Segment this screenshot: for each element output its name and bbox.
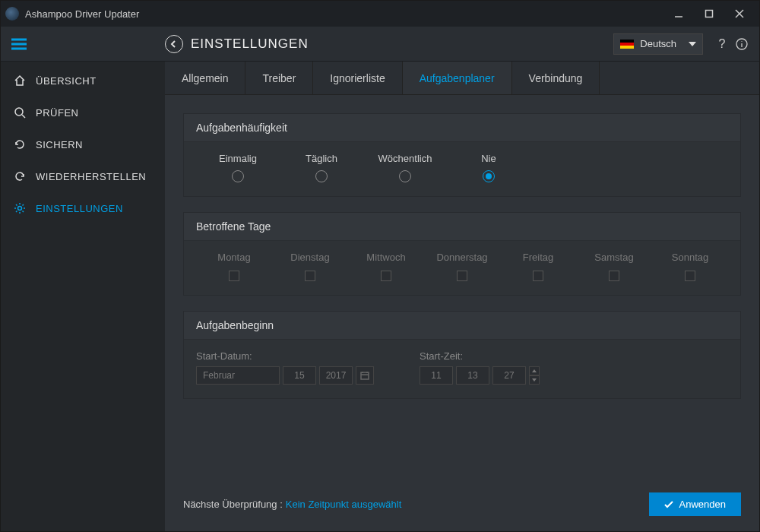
freq-label: Nie: [481, 153, 496, 164]
hour-field[interactable]: 11: [420, 366, 453, 385]
svg-line-12: [22, 115, 25, 118]
sidebar-item-restore[interactable]: WIEDERHERSTELLEN: [1, 160, 165, 192]
freq-option-daily[interactable]: Täglich: [280, 153, 363, 182]
sidebar-item-label: PRÜFEN: [36, 107, 78, 119]
svg-marker-19: [532, 378, 537, 382]
frequency-options: Einmalig Täglich Wöchentlich: [196, 153, 728, 182]
close-button[interactable]: [724, 1, 755, 27]
spin-up-button[interactable]: [529, 366, 540, 375]
panel-title: Betroffene Tage: [184, 213, 740, 241]
sidebar-item-backup[interactable]: SICHERN: [1, 128, 165, 160]
second-value: 27: [504, 370, 514, 381]
tab-drivers[interactable]: Treiber: [245, 62, 313, 94]
check-icon: [664, 501, 673, 508]
backup-icon: [13, 138, 27, 150]
freq-option-never[interactable]: Nie: [447, 153, 530, 182]
time-spinner: [529, 366, 540, 385]
radio-icon: [399, 170, 411, 182]
apply-button[interactable]: Anwenden: [649, 492, 741, 516]
gear-icon: [13, 202, 27, 214]
day-field[interactable]: 15: [283, 366, 316, 385]
month-field[interactable]: Februar: [196, 366, 280, 385]
radio-icon: [315, 170, 328, 182]
minimize-icon: [674, 9, 683, 18]
start-panel: Aufgabenbeginn Start-Datum: Februar 15 2…: [183, 311, 741, 399]
tab-label: Verbindung: [529, 72, 583, 84]
freq-option-weekly[interactable]: Wöchentlich: [363, 153, 447, 182]
svg-point-13: [18, 207, 22, 211]
day-label: Dienstag: [290, 252, 329, 263]
close-icon: [735, 9, 744, 18]
checkbox-icon: [229, 271, 239, 281]
day-option-tuesday[interactable]: Dienstag: [272, 252, 348, 281]
help-button[interactable]: ?: [712, 37, 732, 51]
hour-value: 11: [431, 370, 441, 381]
minute-field[interactable]: 13: [456, 366, 489, 385]
chevron-down-icon: [689, 42, 696, 46]
day-label: Donnerstag: [436, 252, 487, 263]
checkbox-icon: [381, 271, 391, 281]
hamburger-icon: [11, 38, 27, 50]
language-select[interactable]: Deutsch: [613, 33, 703, 55]
tab-scheduler[interactable]: Aufgabenplaner: [403, 62, 512, 94]
sidebar-item-overview[interactable]: ÜBERSICHT: [1, 65, 165, 97]
spin-down-button[interactable]: [529, 375, 540, 385]
app-window: Ashampoo Driver Updater EINSTELLUNGEN De…: [0, 0, 760, 532]
day-option-saturday[interactable]: Samstag: [576, 252, 652, 281]
day-option-friday[interactable]: Freitag: [500, 252, 576, 281]
day-option-thursday[interactable]: Donnerstag: [424, 252, 500, 281]
maximize-button[interactable]: [694, 1, 724, 27]
freq-label: Wöchentlich: [378, 153, 432, 164]
checkbox-icon: [457, 271, 467, 281]
freq-label: Täglich: [306, 153, 337, 164]
flag-germany-icon: [620, 40, 634, 49]
start-date-label: Start-Datum:: [196, 350, 374, 362]
footer: Nächste Überprüfung : Kein Zeitpunkt aus…: [165, 480, 759, 531]
sidebar-item-settings[interactable]: EINSTELLUNGEN: [1, 192, 165, 224]
day-label: Montag: [217, 252, 250, 263]
checkbox-icon: [685, 271, 695, 281]
maximize-icon: [705, 9, 714, 18]
body: ÜBERSICHT PRÜFEN SICHERN WIEDERHERSTELLE…: [1, 62, 759, 531]
sidebar-item-label: ÜBERSICHT: [36, 75, 97, 87]
sidebar: ÜBERSICHT PRÜFEN SICHERN WIEDERHERSTELLE…: [1, 62, 165, 531]
main: Allgemein Treiber Ignorierliste Aufgaben…: [165, 62, 759, 531]
minimize-button[interactable]: [663, 1, 694, 27]
search-icon: [13, 106, 27, 119]
next-check-value[interactable]: Kein Zeitpunkt ausgewählt: [286, 499, 401, 510]
days-panel: Betroffene Tage Montag Dienstag Mittwoch…: [183, 212, 741, 296]
days-options: Montag Dienstag Mittwoch Donnerstag Frei…: [196, 252, 728, 281]
chevron-down-icon: [532, 378, 537, 382]
tab-connection[interactable]: Verbindung: [512, 62, 600, 94]
panel-title: Aufgabenbeginn: [184, 312, 740, 340]
app-logo-icon: [5, 7, 19, 21]
day-option-wednesday[interactable]: Mittwoch: [348, 252, 424, 281]
tab-ignorelist[interactable]: Ignorierliste: [313, 62, 402, 94]
window-title: Ashampoo Driver Updater: [25, 8, 139, 20]
apply-label: Anwenden: [679, 499, 726, 510]
tab-general[interactable]: Allgemein: [165, 62, 245, 94]
checkbox-icon: [305, 271, 315, 281]
svg-rect-14: [361, 372, 369, 379]
svg-point-11: [15, 108, 23, 116]
page-title: EINSTELLUNGEN: [191, 36, 309, 52]
day-option-sunday[interactable]: Sonntag: [652, 252, 728, 281]
freq-option-once[interactable]: Einmalig: [196, 153, 280, 182]
second-field[interactable]: 27: [492, 366, 526, 385]
svg-marker-18: [532, 369, 537, 372]
radio-icon: [232, 170, 244, 182]
menu-button[interactable]: [1, 38, 37, 50]
minute-value: 13: [467, 370, 477, 381]
tab-label: Treiber: [262, 72, 296, 84]
checkbox-icon: [609, 271, 619, 281]
radio-selected-icon: [483, 170, 495, 182]
calendar-icon: [360, 371, 369, 380]
info-button[interactable]: [732, 38, 752, 50]
day-option-monday[interactable]: Montag: [196, 252, 272, 281]
tab-label: Aufgabenplaner: [420, 72, 495, 84]
calendar-button[interactable]: [356, 366, 374, 385]
back-button[interactable]: [165, 35, 183, 53]
year-field[interactable]: 2017: [319, 366, 353, 385]
sidebar-item-check[interactable]: PRÜFEN: [1, 97, 165, 128]
chevron-up-icon: [532, 369, 537, 372]
